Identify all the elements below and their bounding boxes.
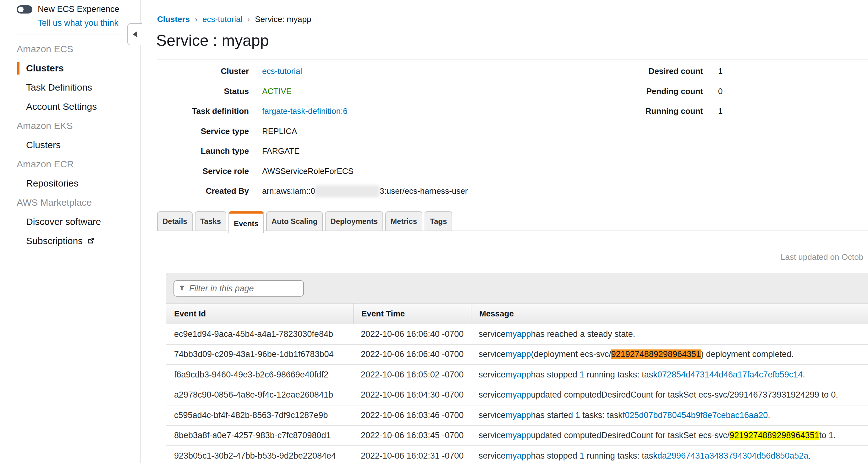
sidebar-collapse-button[interactable] <box>127 23 142 45</box>
sidebar-item-repositories[interactable]: Repositories <box>0 178 79 189</box>
message-text: service <box>478 329 506 339</box>
event-id-cell: 8beb3a8f-a0e7-4257-983b-c7fc870980d1 <box>166 426 353 446</box>
message-text: service <box>478 431 506 440</box>
event-id-cell: f6a9cdb3-9460-49e3-b2c6-98669e40fdf2 <box>166 365 353 385</box>
sidebar-section-header: Amazon ECR <box>0 159 74 170</box>
message-text: service <box>478 349 506 359</box>
message-link[interactable]: myapp <box>506 329 531 339</box>
message-text: . <box>803 370 805 380</box>
count-value: 0 <box>718 87 722 96</box>
count-row: Desired count 1 <box>597 61 722 82</box>
event-message-cell: service myapp updated computedDesiredCou… <box>471 426 868 446</box>
detail-label: Task definition <box>157 106 249 116</box>
ecs-console-page: New ECS Experience Tell us what you thin… <box>0 0 868 463</box>
last-updated-text: Last updated on Octob <box>781 252 863 262</box>
message-link[interactable]: f025d07bd780454b9f8e7cebac16aa20 <box>623 410 768 420</box>
breadcrumb-cluster-link[interactable]: ecs-tutorial <box>203 15 242 24</box>
table-row: f6a9cdb3-9460-49e3-b2c6-98669e40fdf2 202… <box>166 365 868 385</box>
tab-tasks[interactable]: Tasks <box>195 211 226 231</box>
event-time-cell: 2022-10-06 16:06:40 -0700 <box>353 324 471 344</box>
tab-metrics[interactable]: Metrics <box>385 211 422 231</box>
new-ecs-experience-toggle[interactable] <box>17 5 32 13</box>
message-text: service <box>478 370 506 380</box>
message-link[interactable]: myapp <box>506 349 531 359</box>
event-message-cell: service myapp updated computedDesiredCou… <box>471 385 868 405</box>
count-label: Desired count <box>597 66 703 76</box>
table-row: c595ad4c-bf4f-482b-8563-7df9c1287e9b 202… <box>166 405 868 426</box>
new-experience-toggle-row: New ECS Experience <box>17 4 119 14</box>
created-by-suffix: 3:user/ecs-harness-user <box>380 186 468 196</box>
count-value: 1 <box>718 106 722 116</box>
page-title: Service : myapp <box>156 31 269 50</box>
event-id-cell: c595ad4c-bf4f-482b-8563-7df9c1287e9b <box>166 405 353 425</box>
tab-tags[interactable]: Tags <box>425 211 452 231</box>
sidebar-item-task-definitions[interactable]: Task Definitions <box>0 82 92 93</box>
breadcrumb-separator-icon: › <box>247 15 250 24</box>
sidebar-item-discover-software[interactable]: Discover software <box>0 216 101 227</box>
event-time-cell: 2022-10-06 16:03:45 -0700 <box>353 426 471 446</box>
events-table-body: ec9e1d94-9aca-45b4-a4a1-7823030fe84b 202… <box>166 324 868 463</box>
message-text: ) deployment completed. <box>701 349 794 359</box>
event-id-cell: a2978c90-0856-4a8e-9f4c-12eae260841b <box>166 385 353 405</box>
event-id-cell: ec9e1d94-9aca-45b4-a4a1-7823030fe84b <box>166 324 353 344</box>
event-id-cell: 923b05c1-30b2-47bb-b535-9d2be22084e4 <box>166 446 353 463</box>
events-table: Event Id Event Time Message ec9e1d94-9ac… <box>166 303 868 463</box>
detail-row: Created By arn:aws:iam::03:user/ecs-harn… <box>157 181 468 201</box>
events-table-header: Event Id Event Time Message <box>166 303 868 324</box>
find-highlight: 9219274889298964351 <box>730 431 819 440</box>
table-row: 8beb3a8f-a0e7-4257-983b-c7fc870980d1 202… <box>166 426 868 446</box>
service-tabs: DetailsTasksEventsAuto ScalingDeployment… <box>157 211 452 233</box>
message-link[interactable]: myapp <box>506 390 531 400</box>
sidebar-section-header: Amazon ECS <box>0 44 73 54</box>
event-message-cell: service myapp has stopped 1 running task… <box>471 365 868 385</box>
event-time-cell: 2022-10-06 16:04:30 -0700 <box>353 385 471 405</box>
count-label: Running count <box>597 106 703 116</box>
tab-auto-scaling[interactable]: Auto Scaling <box>266 211 323 231</box>
new-ecs-experience-label: New ECS Experience <box>38 4 119 14</box>
sidebar: New ECS Experience Tell us what you thin… <box>0 0 141 463</box>
message-link[interactable]: 072854d473144d46a17fa4c7efb59c14 <box>657 370 803 380</box>
message-link[interactable]: myapp <box>506 370 531 380</box>
event-message-cell: service myapp (deployment ecs-svc/921927… <box>471 345 868 365</box>
message-text: updated computedDesiredCount for taskSet… <box>531 390 838 400</box>
detail-value[interactable]: ecs-tutorial <box>262 66 302 76</box>
event-time-cell: 2022-10-06 16:03:46 -0700 <box>353 405 471 425</box>
toggle-knob-icon <box>18 7 24 12</box>
tab-details[interactable]: Details <box>157 211 193 231</box>
detail-value[interactable]: fargate-task-definition:6 <box>262 106 348 116</box>
detail-row: Launch type FARGATE <box>157 141 468 161</box>
detail-row: Service type REPLICA <box>157 121 468 142</box>
redacted-account-id <box>315 185 380 197</box>
tab-events[interactable]: Events <box>228 211 264 233</box>
breadcrumb-current: Service: myapp <box>255 15 311 24</box>
sidebar-item-clusters[interactable]: Clusters <box>0 140 61 150</box>
sidebar-item-subscriptions[interactable]: Subscriptions <box>0 236 95 246</box>
table-row: ec9e1d94-9aca-45b4-a4a1-7823030fe84b 202… <box>166 324 868 345</box>
detail-value: AWSServiceRoleForECS <box>262 166 353 176</box>
sidebar-item-account-settings[interactable]: Account Settings <box>0 101 97 112</box>
table-row: a2978c90-0856-4a8e-9f4c-12eae260841b 202… <box>166 385 868 406</box>
message-link[interactable]: myapp <box>506 410 531 420</box>
feedback-link[interactable]: Tell us what you think <box>38 18 119 28</box>
message-text: . <box>768 410 770 420</box>
message-link[interactable]: myapp <box>506 431 531 440</box>
count-value: 1 <box>718 66 722 76</box>
message-link[interactable]: myapp <box>506 451 531 461</box>
filter-input[interactable] <box>189 284 300 293</box>
detail-label: Service type <box>157 126 249 136</box>
count-row: Pending count 0 <box>597 82 722 102</box>
tab-deployments[interactable]: Deployments <box>325 211 383 231</box>
breadcrumb-clusters-link[interactable]: Clusters <box>157 15 190 24</box>
detail-label: Service role <box>157 166 249 176</box>
message-text: . <box>808 451 811 461</box>
message-link[interactable]: da29967431a3483794304d56d850a52a <box>657 451 809 461</box>
title-divider <box>157 59 868 59</box>
message-text: updated computedDesiredCount for taskSet… <box>531 431 730 440</box>
sidebar-item-clusters[interactable]: Clusters <box>0 63 64 74</box>
message-text: service <box>478 390 506 400</box>
column-header-message: Message <box>471 303 868 324</box>
filter-box <box>174 280 304 297</box>
service-details: Cluster ecs-tutorial Status ACTIVE Task … <box>157 61 468 201</box>
event-time-cell: 2022-10-06 16:05:02 -0700 <box>353 365 471 385</box>
events-panel: Event Id Event Time Message ec9e1d94-9ac… <box>166 273 868 463</box>
